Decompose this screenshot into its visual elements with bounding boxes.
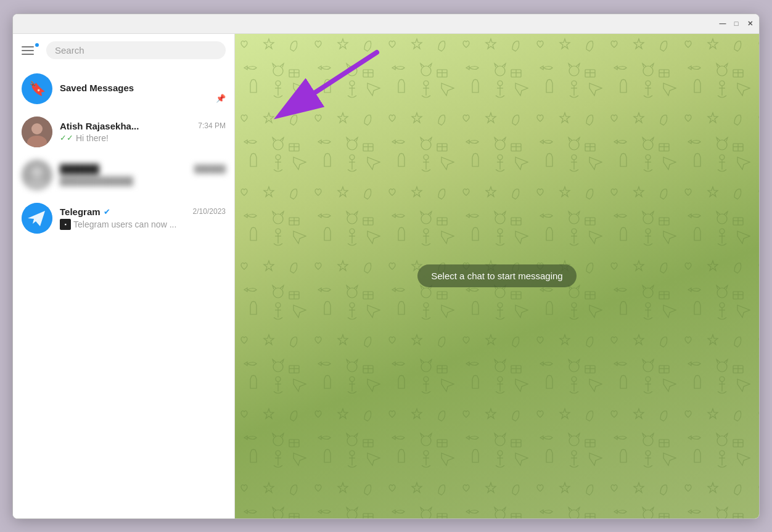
arrow-annotation [235, 34, 457, 170]
title-bar: — □ ✕ [13, 14, 759, 34]
svg-point-4 [31, 166, 43, 178]
read-ticks: ✓✓ [60, 133, 73, 142]
avatar-atish [22, 117, 52, 147]
svg-point-5 [27, 179, 47, 190]
chat-time-telegram: 2/10/2023 [193, 207, 226, 216]
main-area: Select a chat to start messaging [235, 34, 759, 518]
chat-info-blurred: ██████ ██████ ████████████ [60, 164, 226, 186]
pin-icon-saved: 📌 [216, 94, 226, 103]
search-input[interactable] [55, 45, 217, 55]
chat-time-blurred: ██████ [194, 165, 226, 173]
chat-item-atish[interactable]: Atish Rajasekha... 7:34 PM ✓✓ Hi there! [13, 110, 234, 153]
chat-info-telegram: Telegram ✔ 2/10/2023 ▪ Telegram users ca… [60, 207, 226, 230]
hamburger-bar-3 [22, 54, 34, 55]
preview-text-telegram: Telegram users can now ... [73, 219, 176, 229]
chat-top-atish: Atish Rajasekha... 7:34 PM [60, 121, 226, 131]
hamburger-bar-2 [22, 50, 34, 51]
maximize-button[interactable]: □ [732, 19, 741, 28]
preview-text-blurred: ████████████ [60, 176, 133, 186]
chat-preview-atish: ✓✓ Hi there! [60, 133, 226, 143]
preview-thumb-icon: ▪ [60, 219, 71, 230]
chat-item-blurred[interactable]: ██████ ██████ ████████████ [13, 153, 234, 197]
hamburger-menu-button[interactable] [22, 41, 40, 60]
window-controls: — □ ✕ [718, 19, 754, 28]
chat-top-telegram: Telegram ✔ 2/10/2023 [60, 207, 226, 217]
chat-name-blurred: ██████ [60, 164, 99, 174]
sidebar: 🔖 Saved Messages 📌 [13, 34, 235, 518]
chat-name-telegram: Telegram [60, 207, 101, 217]
notification-dot [35, 43, 39, 47]
chat-item-saved[interactable]: 🔖 Saved Messages 📌 [13, 67, 234, 110]
chat-time-atish: 7:34 PM [198, 121, 226, 130]
hamburger-bar-1 [22, 46, 34, 47]
verified-badge: ✔ [104, 207, 110, 216]
avatar-saved: 🔖 [22, 73, 52, 104]
search-box[interactable] [46, 41, 226, 59]
svg-point-3 [22, 160, 52, 190]
preview-text-atish: Hi there! [76, 133, 109, 143]
chat-info-atish: Atish Rajasekha... 7:34 PM ✓✓ Hi there! [60, 121, 226, 143]
close-button[interactable]: ✕ [745, 19, 754, 28]
app-window: — □ ✕ [12, 14, 760, 519]
select-chat-label: Select a chat to start messaging [417, 264, 576, 287]
minimize-button[interactable]: — [718, 19, 727, 28]
chat-name-saved: Saved Messages [60, 83, 134, 93]
chat-top-saved: Saved Messages [60, 83, 226, 93]
chat-item-telegram[interactable]: Telegram ✔ 2/10/2023 ▪ Telegram users ca… [13, 197, 234, 240]
chat-top-blurred: ██████ ██████ [60, 164, 226, 174]
app-content: 🔖 Saved Messages 📌 [13, 34, 759, 518]
svg-point-1 [31, 123, 43, 134]
chat-preview-blurred: ████████████ [60, 176, 226, 186]
chat-list[interactable]: 🔖 Saved Messages 📌 [13, 67, 234, 518]
avatar-blurred [22, 160, 52, 190]
chat-preview-telegram: ▪ Telegram users can now ... [60, 219, 226, 230]
sidebar-header [13, 34, 234, 67]
chat-info-saved: Saved Messages [60, 83, 226, 95]
avatar-telegram [22, 203, 52, 234]
chat-name-atish: Atish Rajasekha... [60, 121, 139, 131]
